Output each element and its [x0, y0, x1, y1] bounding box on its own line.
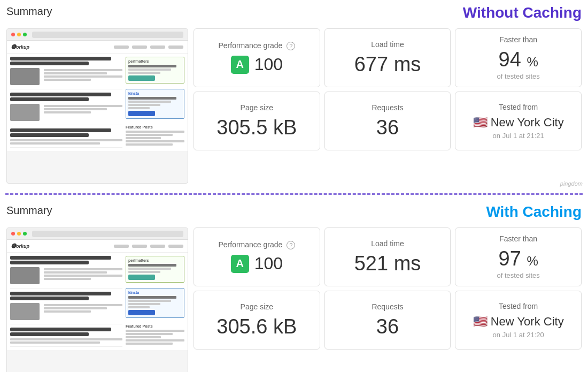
stat-card-location-with-cache: Tested from 🇺🇸 New York City on Jul 1 at… — [455, 291, 582, 350]
requests-label-with-cache: Requests — [372, 302, 403, 311]
section-divider — [5, 193, 583, 195]
help-icon-perf-with-cache[interactable]: ? — [287, 241, 295, 249]
stat-card-pagesize-with-cache: Page size 305.6 kB — [194, 291, 320, 350]
faster-than-label-no-cache: Faster than — [499, 35, 537, 44]
page-size-label-no-cache: Page size — [241, 103, 273, 112]
stat-card-loadtime-with-cache: Load time 521 ms — [324, 227, 451, 286]
section-no-cache-badge: Without Caching — [463, 4, 582, 21]
load-time-value-no-cache: 677 ms — [354, 53, 421, 76]
section-with-cache-body: 🅞orkup — [6, 227, 582, 372]
load-time-value-with-cache: 521 ms — [354, 252, 421, 275]
stat-card-loadtime-no-cache: Load time 677 ms — [324, 28, 451, 87]
section-with-cache-badge: With Caching — [486, 203, 582, 221]
faster-than-sub-with-cache: of tested sites — [497, 271, 540, 279]
grade-badge-no-cache: A — [231, 56, 249, 74]
flag-no-cache: 🇺🇸 — [473, 116, 488, 130]
location-name-with-cache: 🇺🇸 New York City — [473, 315, 564, 329]
location-date-with-cache: on Jul 1 at 21:20 — [493, 331, 544, 339]
flag-with-cache: 🇺🇸 — [473, 315, 488, 329]
section-no-cache-title: Summary — [6, 5, 52, 18]
section-no-cache-body: 🅞orkup — [6, 28, 582, 184]
stat-card-pagesize-no-cache: Page size 305.5 kB — [194, 92, 320, 150]
load-time-label-no-cache: Load time — [371, 40, 404, 49]
perf-grade-value-with-cache: A 100 — [231, 254, 283, 274]
tested-from-label-no-cache: Tested from — [499, 103, 538, 111]
perf-grade-value-no-cache: A 100 — [231, 55, 283, 74]
section-with-cache-title: Summary — [6, 204, 52, 217]
section-no-cache: Summary Without Caching 🅞orkup — [0, 0, 588, 189]
tested-from-label-with-cache: Tested from — [499, 302, 538, 310]
requests-value-with-cache: 36 — [376, 315, 399, 338]
faster-than-value-with-cache: 97 % — [499, 247, 538, 270]
perf-grade-label-no-cache: Performance grade ? — [218, 41, 295, 50]
load-time-label-with-cache: Load time — [371, 239, 404, 248]
faster-than-label-with-cache: Faster than — [499, 234, 537, 243]
stat-card-performance-no-cache: Performance grade ? A 100 — [194, 28, 320, 87]
stat-card-requests-with-cache: Requests 36 — [324, 291, 451, 350]
help-icon-perf-no-cache[interactable]: ? — [287, 42, 295, 50]
page-size-value-no-cache: 305.5 kB — [216, 116, 297, 139]
stat-card-faster-no-cache: Faster than 94 % of tested sites — [455, 28, 582, 87]
screenshot-no-cache: 🅞orkup — [6, 28, 188, 184]
faster-than-value-no-cache: 94 % — [499, 48, 538, 71]
location-date-no-cache: on Jul 1 at 21:21 — [493, 132, 544, 140]
stat-card-performance-with-cache: Performance grade ? A 100 — [194, 227, 320, 286]
screenshot-with-cache: 🅞orkup — [6, 227, 188, 372]
stat-card-faster-with-cache: Faster than 97 % of tested sites — [455, 227, 582, 286]
page-size-value-with-cache: 305.6 kB — [216, 315, 297, 338]
section-with-cache-content: Summary With Caching 🅞orkup — [0, 199, 588, 372]
stat-card-location-no-cache: Tested from 🇺🇸 New York City on Jul 1 at… — [455, 92, 582, 150]
faster-than-sub-no-cache: of tested sites — [497, 72, 540, 80]
perf-grade-label-with-cache: Performance grade ? — [218, 240, 295, 249]
requests-value-no-cache: 36 — [376, 116, 399, 139]
requests-label-no-cache: Requests — [372, 103, 403, 112]
location-name-no-cache: 🇺🇸 New York City — [473, 116, 564, 130]
page-size-label-with-cache: Page size — [241, 302, 273, 311]
stats-grid-with-cache: Performance grade ? A 100 Load time 521 … — [194, 227, 582, 350]
stats-grid-no-cache: Performance grade ? A 100 Load time 677 … — [194, 28, 582, 150]
section-with-cache: Summary With Caching 🅞orkup — [0, 199, 588, 372]
grade-badge-with-cache: A — [231, 255, 249, 273]
section-no-cache-content: Summary Without Caching 🅞orkup — [0, 0, 588, 189]
pingdom-watermark-1: pingdom — [560, 180, 583, 187]
stat-card-requests-no-cache: Requests 36 — [324, 92, 451, 150]
